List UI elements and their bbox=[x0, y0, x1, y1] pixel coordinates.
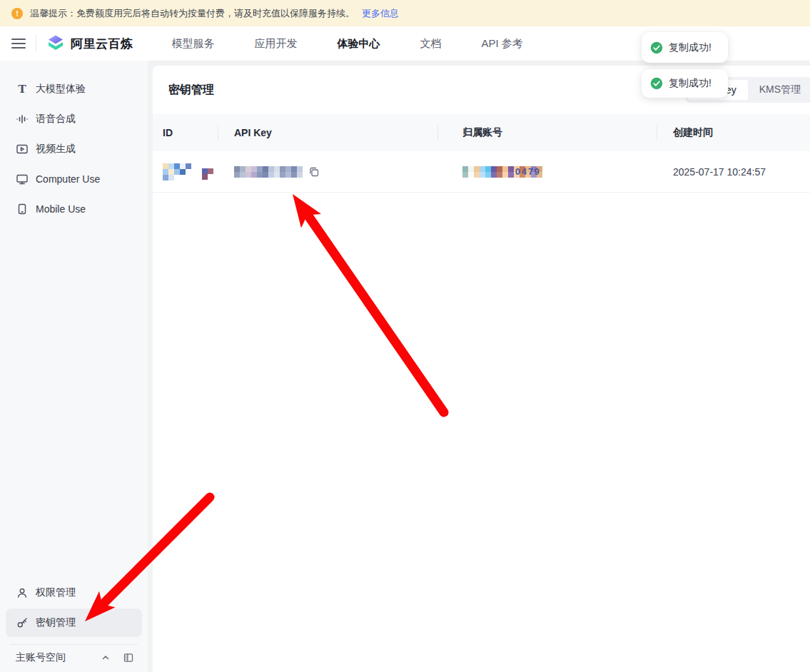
phone-icon bbox=[16, 203, 29, 215]
sidebar-item-label: Mobile Use bbox=[36, 203, 86, 215]
text-icon: T bbox=[16, 83, 29, 96]
sidebar-item-computer-use[interactable]: Computer Use bbox=[6, 165, 142, 193]
column-header-created: 创建时间 bbox=[657, 114, 810, 151]
workspace-label: 主账号空间 bbox=[16, 651, 89, 664]
sidebar-item-key-management[interactable]: 密钥管理 bbox=[6, 609, 142, 637]
cell-created-at: 2025-07-17 10:24:57 bbox=[657, 166, 810, 178]
bailian-logo-icon bbox=[46, 34, 65, 53]
column-header-id: ID bbox=[153, 114, 218, 151]
nav-experience-center[interactable]: 体验中心 bbox=[338, 37, 380, 51]
key-management-card: 密钥管理 API-Key KMS管理 ID API Key 归属账号 创建时间 bbox=[153, 66, 810, 672]
sidebar-item-permission-management[interactable]: 权限管理 bbox=[6, 579, 142, 607]
user-icon bbox=[16, 586, 29, 599]
cell-api-key-redacted bbox=[218, 166, 437, 178]
column-header-account: 归属账号 bbox=[437, 114, 657, 151]
nav-app-development[interactable]: 应用开发 bbox=[255, 37, 298, 51]
toast-text: 复制成功! bbox=[669, 77, 712, 90]
sidebar-footer: 主账号空间 bbox=[6, 646, 142, 669]
notice-banner: ! 温馨提示：免费额度用完后将自动转为按量付费，请及时充值以保障服务持续。 更多… bbox=[0, 0, 810, 26]
more-info-link[interactable]: 更多信息 bbox=[362, 7, 399, 20]
sidebar-item-label: Computer Use bbox=[36, 173, 100, 185]
primary-nav: 模型服务 应用开发 体验中心 文档 API 参考 bbox=[172, 37, 523, 51]
notice-text: 温馨提示：免费额度用完后将自动转为按量付费，请及时充值以保障服务持续。 bbox=[30, 7, 355, 20]
sidebar-item-label: 大模型体验 bbox=[36, 83, 86, 96]
success-check-icon bbox=[650, 77, 663, 90]
account-visible-fragment: 0479 bbox=[515, 167, 541, 177]
divider bbox=[10, 644, 138, 645]
brand-name: 阿里云百炼 bbox=[71, 36, 133, 52]
cell-account-redacted: 0479 bbox=[437, 166, 657, 178]
nav-model-services[interactable]: 模型服务 bbox=[172, 37, 215, 51]
sidebar-item-video-generation[interactable]: 视频生成 bbox=[6, 135, 142, 163]
divider bbox=[36, 35, 36, 52]
key-icon bbox=[16, 616, 29, 629]
tab-kms[interactable]: KMS管理 bbox=[748, 79, 810, 101]
sidebar-item-llm-experience[interactable]: T 大模型体验 bbox=[6, 75, 142, 103]
toast-text: 复制成功! bbox=[669, 41, 712, 54]
collapse-sidebar-icon[interactable] bbox=[122, 651, 135, 664]
sidebar-item-speech-synthesis[interactable]: 语音合成 bbox=[6, 105, 142, 133]
table-header: ID API Key 归属账号 创建时间 bbox=[153, 114, 810, 151]
sidebar-item-mobile-use[interactable]: Mobile Use bbox=[6, 195, 142, 223]
success-check-icon bbox=[650, 41, 663, 54]
table-row: 0479 2025-07-17 10:24:57 bbox=[153, 151, 810, 193]
brand[interactable]: 阿里云百炼 bbox=[46, 34, 133, 53]
sidebar-item-label: 视频生成 bbox=[36, 143, 76, 156]
cell-id-redacted bbox=[153, 163, 218, 180]
sidebar-item-label: 密钥管理 bbox=[36, 616, 76, 629]
sidebar-item-label: 权限管理 bbox=[36, 586, 76, 599]
column-header-api-key: API Key bbox=[218, 114, 437, 151]
chevron-up-icon[interactable] bbox=[99, 651, 112, 664]
monitor-icon bbox=[16, 173, 29, 185]
menu-icon[interactable] bbox=[11, 39, 26, 49]
video-icon bbox=[16, 143, 29, 156]
nav-docs[interactable]: 文档 bbox=[420, 37, 442, 51]
sidebar-item-label: 语音合成 bbox=[36, 113, 76, 126]
warning-icon: ! bbox=[11, 8, 23, 19]
redacted-id bbox=[163, 163, 195, 180]
toast-copy-success-1: 复制成功! bbox=[642, 32, 728, 63]
redacted-api-key bbox=[234, 166, 303, 178]
toast-copy-success-2: 复制成功! bbox=[642, 69, 728, 98]
waveform-icon bbox=[16, 113, 29, 126]
copy-icon[interactable] bbox=[308, 166, 320, 178]
nav-api-reference[interactable]: API 参考 bbox=[482, 37, 523, 51]
main-content: 密钥管理 API-Key KMS管理 ID API Key 归属账号 创建时间 bbox=[148, 61, 810, 672]
page-title: 密钥管理 bbox=[168, 83, 214, 98]
redacted-id-tail bbox=[202, 168, 218, 180]
sidebar: T 大模型体验 语音合成 视频生成 bbox=[0, 61, 148, 672]
